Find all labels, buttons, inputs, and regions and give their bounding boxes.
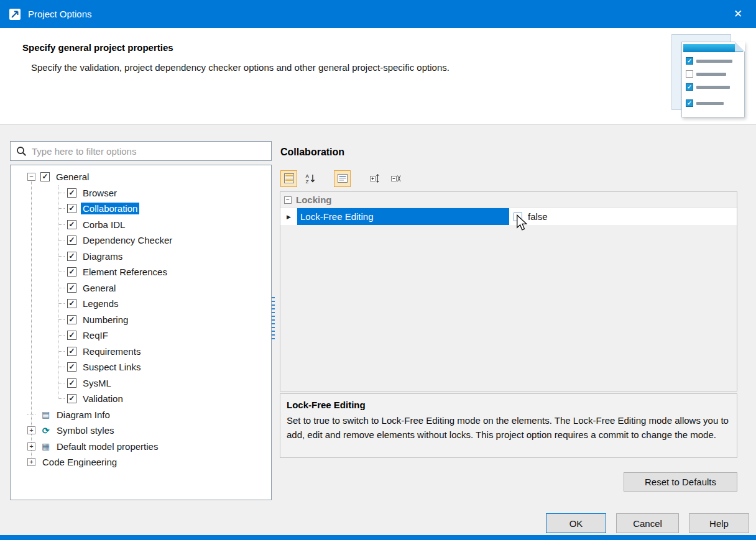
checkbox-icon[interactable]: ✓	[67, 220, 76, 229]
expand-expander-icon[interactable]: +	[27, 458, 35, 466]
collapse-all-icon	[390, 173, 402, 184]
property-value-cell[interactable]: false	[509, 208, 737, 225]
tree-item-label: Diagram Info	[55, 409, 112, 421]
checkbox-icon[interactable]: ✓	[67, 331, 76, 340]
tree-item-numbering[interactable]: ✓Numbering	[11, 312, 271, 328]
tree-item-validation[interactable]: ✓Validation	[11, 391, 271, 407]
diagram-info-icon: ▤	[40, 410, 51, 419]
filter-input[interactable]	[32, 146, 265, 157]
checkbox-icon[interactable]: ✓	[67, 378, 76, 388]
tree-item-code-engineering[interactable]: +Code Engineering	[11, 454, 271, 470]
show-description-icon	[337, 173, 348, 184]
tree-connector	[58, 367, 65, 367]
tree-item-label: Element References	[81, 266, 169, 278]
tree-item-label: SysML	[81, 377, 113, 389]
model-properties-icon: ▦	[40, 441, 51, 451]
svg-text:Z: Z	[305, 179, 308, 185]
tree-item-diagram-info[interactable]: ▤Diagram Info	[11, 407, 271, 423]
checklist-illustration: ✓ ✓ ✓	[669, 33, 747, 120]
group-row-locking[interactable]: − Locking	[280, 192, 737, 208]
checkbox-icon[interactable]: ✓	[40, 172, 50, 181]
tree-connector	[58, 224, 65, 225]
project-options-dialog: Project Options ✕ Specify general projec…	[0, 0, 756, 540]
help-button[interactable]: Help	[689, 513, 749, 533]
tree-connector	[58, 303, 65, 304]
checkbox-icon[interactable]: ✓	[67, 394, 76, 403]
checkbox-icon[interactable]: ✓	[67, 362, 76, 372]
tree-item-label: Code Engineering	[40, 456, 119, 468]
checkbox-icon[interactable]: ✓	[67, 315, 76, 324]
tree-item-default-model-properties[interactable]: +▦Default model properties	[11, 439, 271, 455]
tree-item-element-references[interactable]: ✓Element References	[11, 264, 271, 280]
tree-item-label: Suspect Links	[81, 361, 142, 373]
tree-item-symbol-styles[interactable]: +⟳Symbol styles	[11, 423, 271, 439]
alphabetical-sort-button[interactable]: AZ	[302, 170, 318, 187]
categorized-view-icon	[284, 173, 295, 184]
tree-connector	[58, 240, 65, 240]
checkbox-icon[interactable]: ✓	[67, 252, 76, 261]
illustration-dogear	[735, 42, 745, 52]
checkbox-icon[interactable]: ✓	[67, 188, 76, 198]
search-icon	[16, 146, 27, 157]
tree-connector	[58, 398, 65, 399]
tree-item-general[interactable]: ✓General	[11, 280, 271, 296]
cancel-button[interactable]: Cancel	[616, 513, 679, 533]
expand-all-button[interactable]	[366, 170, 383, 187]
checkbox-icon[interactable]: ✓	[67, 299, 76, 308]
bottom-accent-strip	[0, 535, 756, 540]
tree-item-browser[interactable]: ✓Browser	[11, 185, 271, 201]
checkbox-icon[interactable]: ✓	[67, 204, 76, 213]
grid-toolbar: AZ	[280, 169, 404, 188]
description-body: Set to true to switch to Lock-Free Editi…	[287, 413, 731, 442]
close-icon[interactable]: ✕	[729, 7, 747, 21]
tree-item-label: Diagrams	[81, 250, 124, 262]
row-expander-icon[interactable]: ▶	[280, 208, 297, 225]
tree-item-requirements[interactable]: ✓Requirements	[11, 344, 271, 360]
alphabetical-sort-icon: AZ	[305, 173, 316, 184]
reset-to-defaults-button[interactable]: Reset to Defaults	[624, 472, 737, 492]
tree-item-label: Browser	[81, 187, 119, 199]
tree-item-reqif[interactable]: ✓ReqIF	[11, 327, 271, 344]
panel-splitter[interactable]	[272, 297, 275, 339]
tree-item-dependency-checker[interactable]: ✓Dependency Checker	[11, 232, 271, 249]
header-title: Specify general project properties	[22, 42, 173, 53]
tree-item-corba-idl[interactable]: ✓Corba IDL	[11, 217, 271, 233]
tree-item-label: Requirements	[81, 346, 142, 357]
ok-button[interactable]: OK	[546, 513, 606, 533]
property-name[interactable]: Lock-Free Editing	[297, 208, 509, 225]
illustration-check-row: ✓	[686, 99, 724, 107]
tree-item-label: ReqIF	[81, 329, 110, 341]
show-description-button[interactable]	[334, 170, 351, 187]
tree-connector	[58, 288, 65, 288]
tree-item-sysml[interactable]: ✓SysML	[11, 375, 271, 391]
illustration-check-row: ✓	[686, 83, 730, 91]
collapse-group-icon[interactable]: −	[284, 196, 292, 204]
tree-item-label: Symbol styles	[55, 424, 116, 436]
property-row-lock-free-editing[interactable]: ▶ Lock-Free Editing false	[280, 208, 737, 225]
tree-item-diagrams[interactable]: ✓Diagrams	[11, 249, 271, 265]
checkbox-icon[interactable]: ✓	[67, 347, 76, 356]
tree-item-legends[interactable]: ✓Legends	[11, 296, 271, 312]
tree-item-label: Dependency Checker	[81, 234, 174, 246]
collapse-all-button[interactable]	[387, 170, 404, 187]
checkbox-icon[interactable]: ✓	[67, 236, 76, 245]
tree-item-label: Corba IDL	[81, 219, 127, 231]
checkbox-icon[interactable]: ✓	[67, 283, 76, 293]
tree-connector	[58, 319, 65, 320]
title-bar: Project Options ✕	[0, 0, 756, 28]
tree-item-collaboration[interactable]: ✓Collaboration	[11, 201, 271, 217]
tree-item-general[interactable]: −✓General	[11, 169, 271, 185]
panel-title: Collaboration	[280, 147, 344, 158]
window-title: Project Options	[28, 9, 92, 19]
expand-expander-icon[interactable]: +	[27, 426, 35, 434]
collapse-expander-icon[interactable]: −	[27, 173, 35, 181]
options-tree-panel: −✓General✓Browser✓Collaboration✓Corba ID…	[10, 165, 272, 500]
expand-expander-icon[interactable]: +	[27, 442, 35, 451]
illustration-front-sheet: ✓ ✓ ✓	[681, 42, 745, 117]
value-checkbox-icon[interactable]	[514, 213, 522, 221]
tree-item-suspect-links[interactable]: ✓Suspect Links	[11, 359, 271, 375]
categorized-view-button[interactable]	[280, 170, 297, 187]
tree-item-label: Numbering	[81, 314, 130, 326]
tree-item-label: Default model properties	[55, 441, 160, 452]
checkbox-icon[interactable]: ✓	[67, 267, 76, 277]
